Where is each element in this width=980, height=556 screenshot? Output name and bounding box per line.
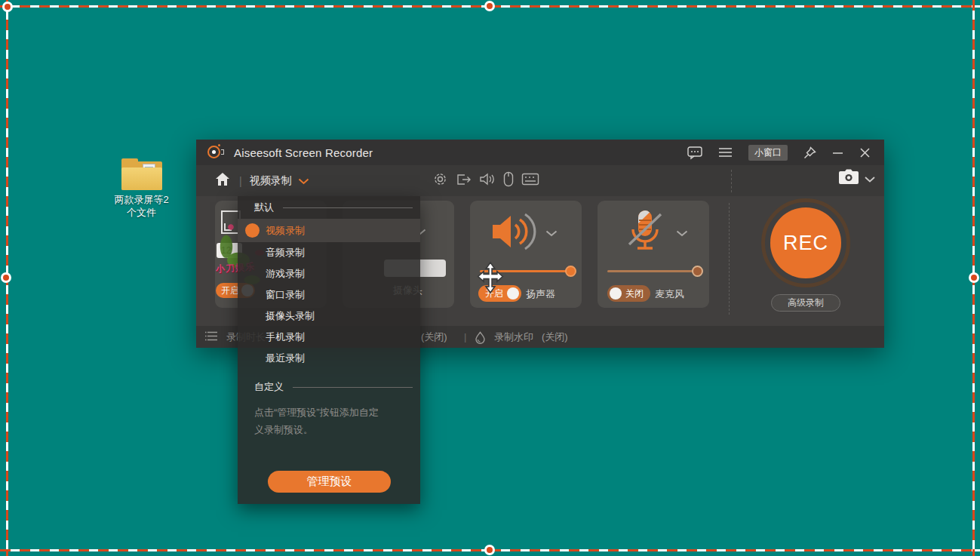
menu-item-game-record[interactable]: 游戏录制 bbox=[238, 263, 420, 284]
menu-section-default: 默认 bbox=[238, 196, 420, 219]
task-list-icon[interactable] bbox=[204, 331, 218, 343]
selection-handle-right-middle[interactable] bbox=[969, 272, 979, 283]
selection-handle-bottom-center[interactable] bbox=[484, 545, 495, 555]
speaker-toggle[interactable]: 开启 bbox=[478, 285, 521, 302]
menu-icon[interactable] bbox=[718, 147, 733, 158]
panel-speaker[interactable]: 开启 扬声器 bbox=[470, 201, 582, 308]
speaker-volume-icon[interactable] bbox=[491, 210, 538, 253]
rec-button-area: REC bbox=[760, 198, 851, 288]
menu-item-audio-record[interactable]: 音频录制 bbox=[238, 242, 420, 263]
home-icon[interactable] bbox=[215, 172, 230, 189]
menu-item-video-record[interactable]: 视频录制 bbox=[238, 219, 420, 242]
close-icon[interactable] bbox=[859, 147, 871, 158]
title-bar[interactable]: Aiseesoft Screen Recorder 小窗口 bbox=[196, 140, 884, 165]
pin-icon[interactable] bbox=[803, 146, 816, 159]
menu-item-webcam-record[interactable]: 摄像头录制 bbox=[238, 306, 420, 327]
keyboard-icon[interactable] bbox=[521, 173, 539, 189]
minimize-icon[interactable] bbox=[832, 147, 843, 158]
gear-icon[interactable] bbox=[432, 171, 448, 190]
snapshot-camera-button[interactable] bbox=[838, 169, 875, 188]
selected-dot-icon bbox=[245, 223, 260, 238]
menu-item-window-record[interactable]: 窗口录制 bbox=[238, 284, 420, 306]
selection-handle-top-left[interactable] bbox=[2, 2, 13, 12]
mouse-icon[interactable] bbox=[503, 171, 514, 190]
export-icon[interactable] bbox=[456, 172, 472, 190]
microphone-label: 麦克风 bbox=[655, 287, 684, 301]
app-logo-icon bbox=[207, 144, 224, 161]
desktop-folder[interactable]: 两款录屏等2 个文件 bbox=[106, 158, 177, 219]
record-length-state[interactable]: (关闭) bbox=[421, 330, 447, 344]
rec-zone-divider bbox=[729, 203, 730, 315]
menu-section-custom: 自定义 bbox=[238, 376, 420, 398]
small-window-button[interactable]: 小窗口 bbox=[748, 145, 788, 161]
manage-presets-button[interactable]: 管理预设 bbox=[268, 471, 391, 493]
panel-microphone[interactable]: 关闭 麦克风 bbox=[598, 201, 709, 308]
toolbar-separator: | bbox=[239, 175, 242, 187]
watermark-droplet-icon[interactable] bbox=[474, 331, 487, 346]
microphone-muted-icon[interactable] bbox=[623, 210, 670, 253]
microphone-volume-slider[interactable] bbox=[607, 270, 699, 272]
toolbar: | 视频录制 bbox=[196, 165, 884, 196]
record-mode-dropdown[interactable]: 视频录制 bbox=[250, 174, 292, 188]
watermark-state: (关闭) bbox=[542, 331, 568, 343]
toolbar-divider bbox=[731, 170, 732, 192]
slider-knob[interactable] bbox=[692, 266, 703, 277]
chevron-down-icon[interactable] bbox=[545, 226, 558, 240]
folder-label: 两款录屏等2 个文件 bbox=[106, 193, 177, 219]
microphone-toggle[interactable]: 关闭 bbox=[607, 285, 650, 302]
watermark-label: 录制水印 bbox=[494, 331, 533, 343]
chevron-down-icon[interactable] bbox=[676, 226, 688, 240]
watermark-item[interactable]: 录制水印 (关闭) bbox=[494, 330, 568, 344]
selection-handle-left-middle[interactable] bbox=[1, 272, 11, 283]
feedback-icon[interactable] bbox=[687, 146, 702, 159]
menu-item-phone-record[interactable]: 手机录制 bbox=[238, 327, 420, 348]
slider-knob[interactable] bbox=[565, 266, 576, 277]
chevron-down-icon bbox=[865, 172, 875, 186]
speaker-volume-slider[interactable] bbox=[480, 270, 572, 272]
rec-button[interactable]: REC bbox=[770, 207, 841, 278]
camera-icon bbox=[838, 169, 859, 188]
window-title: Aiseesoft Screen Recorder bbox=[234, 146, 373, 159]
menu-item-recent-record[interactable]: 最近录制 bbox=[238, 348, 420, 369]
speaker-label: 扬声器 bbox=[526, 287, 555, 301]
status-separator: | bbox=[464, 331, 466, 343]
selection-handle-top-center[interactable] bbox=[484, 1, 495, 11]
record-mode-menu: 默认 视频录制 音频录制 游戏录制 窗口录制 摄像头录制 手机录制 最近录制 自… bbox=[238, 196, 420, 504]
chevron-down-icon[interactable] bbox=[298, 174, 309, 188]
advanced-record-button[interactable]: 高级录制 bbox=[771, 294, 840, 312]
folder-icon bbox=[121, 158, 162, 190]
speaker-icon[interactable] bbox=[479, 172, 496, 189]
menu-hint-text: 点击“管理预设”按钮添加自定义录制预设。 bbox=[254, 404, 387, 438]
